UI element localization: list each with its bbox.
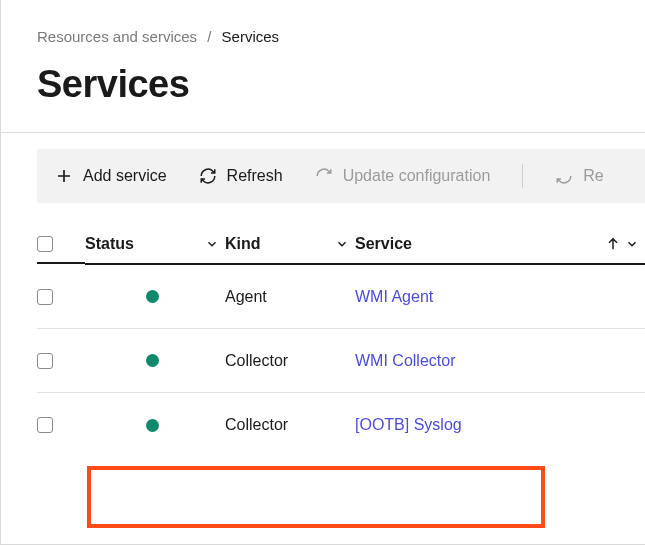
row-checkbox[interactable]	[37, 417, 53, 433]
select-all-header[interactable]	[37, 228, 85, 264]
status-indicator-up	[146, 354, 159, 367]
plus-icon	[55, 167, 73, 185]
restart-label-partial: Re	[583, 167, 603, 185]
row-kind: Collector	[225, 334, 355, 388]
breadcrumb-separator: /	[207, 28, 211, 45]
refresh-label: Refresh	[227, 167, 283, 185]
toolbar: Add service Refresh Update configuration	[37, 149, 645, 203]
column-header-service-label: Service	[355, 235, 412, 253]
service-link[interactable]: [OOTB] Syslog	[355, 416, 462, 433]
chevron-down-icon	[335, 237, 349, 251]
refresh-button[interactable]: Refresh	[199, 167, 283, 185]
add-service-label: Add service	[83, 167, 167, 185]
table-row: Collector [OOTB] Syslog	[37, 393, 645, 457]
toolbar-divider	[522, 164, 523, 188]
row-kind: Agent	[225, 270, 355, 324]
table-header-row: Status Kind Service	[37, 227, 645, 265]
refresh-icon	[315, 167, 333, 185]
table-row: Collector WMI Collector	[37, 329, 645, 393]
row-checkbox[interactable]	[37, 353, 53, 369]
refresh-icon	[199, 167, 217, 185]
column-header-service[interactable]: Service	[355, 227, 645, 265]
update-configuration-label: Update configuration	[343, 167, 491, 185]
status-indicator-up	[146, 290, 159, 303]
select-all-checkbox[interactable]	[37, 236, 53, 252]
chevron-down-icon	[205, 237, 219, 251]
column-header-status-label: Status	[85, 235, 134, 253]
restart-icon	[555, 167, 573, 185]
row-kind: Collector	[225, 398, 355, 452]
breadcrumb-root[interactable]: Resources and services	[37, 28, 197, 45]
add-service-button[interactable]: Add service	[55, 167, 167, 185]
row-checkbox[interactable]	[37, 289, 53, 305]
restart-button: Re	[555, 167, 603, 185]
table-row: Agent WMI Agent	[37, 265, 645, 329]
breadcrumb-current: Services	[222, 28, 280, 45]
update-configuration-button: Update configuration	[315, 167, 491, 185]
highlight-annotation	[87, 466, 545, 528]
sort-ascending-icon	[605, 236, 621, 252]
services-table: Status Kind Service	[1, 203, 645, 457]
service-link[interactable]: WMI Agent	[355, 288, 433, 305]
status-indicator-up	[146, 419, 159, 432]
breadcrumb: Resources and services / Services	[37, 28, 609, 45]
page-title: Services	[37, 63, 609, 106]
column-header-status[interactable]: Status	[85, 227, 225, 265]
column-header-kind-label: Kind	[225, 235, 261, 253]
column-header-kind[interactable]: Kind	[225, 227, 355, 265]
chevron-down-icon	[625, 237, 639, 251]
service-link[interactable]: WMI Collector	[355, 352, 455, 369]
